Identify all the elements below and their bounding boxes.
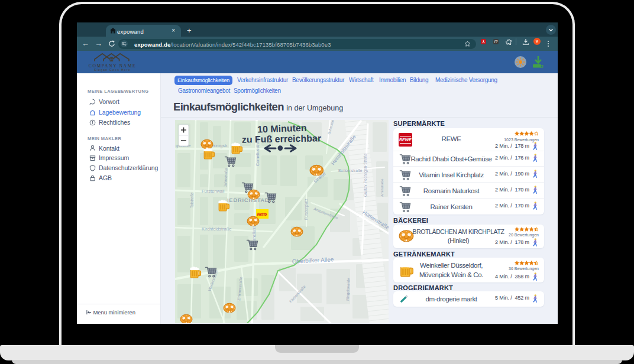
svg-text:Bunsenstraße: Bunsenstraße — [338, 168, 363, 173]
svg-text:Talstraße: Talstraße — [190, 192, 194, 208]
svg-text:zu Fuß erreichbar: zu Fuß erreichbar — [242, 133, 322, 144]
svg-text:Fürstenwall: Fürstenwall — [202, 188, 225, 194]
svg-text:Aminstraße: Aminstraße — [380, 178, 384, 197]
svg-text:Slogan Goes Here: Slogan Goes Here — [94, 68, 131, 72]
svg-text:Gustav-Poensgen-Straße: Gustav-Poensgen-Straße — [363, 153, 368, 197]
svg-text:10 Minuten: 10 Minuten — [257, 123, 307, 135]
svg-text:Fürstenplatz: Fürstenplatz — [304, 199, 309, 220]
svg-text:Kirchfeldstraße: Kirchfeldstraße — [202, 226, 231, 232]
svg-text:Netto: Netto — [257, 212, 267, 216]
